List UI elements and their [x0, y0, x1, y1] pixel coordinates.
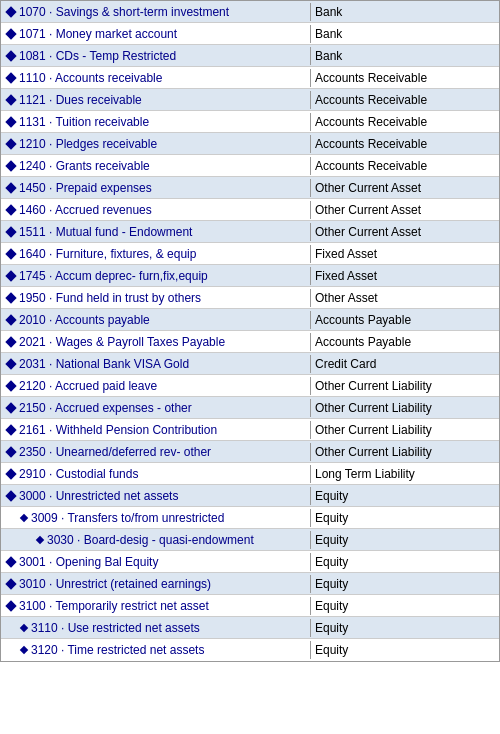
account-type: Other Asset [311, 289, 499, 307]
account-type: Accounts Receivable [311, 135, 499, 153]
account-code-name: 3001 · Opening Bal Equity [1, 553, 311, 571]
table-row[interactable]: 1071 · Money market account Bank [1, 23, 499, 45]
diamond-icon [5, 204, 16, 215]
table-row[interactable]: 2010 · Accounts payable Accounts Payable [1, 309, 499, 331]
table-row[interactable]: 2350 · Unearned/deferred rev- other Othe… [1, 441, 499, 463]
account-type: Accounts Payable [311, 333, 499, 351]
account-code-name: 1460 · Accrued revenues [1, 201, 311, 219]
diamond-icon [5, 94, 16, 105]
account-type: Other Current Liability [311, 443, 499, 461]
account-text: 3100 · Temporarily restrict net asset [19, 599, 209, 613]
table-row[interactable]: 1950 · Fund held in trust by others Othe… [1, 287, 499, 309]
account-code-name: 3100 · Temporarily restrict net asset [1, 597, 311, 615]
account-type: Other Current Asset [311, 179, 499, 197]
account-text: 1121 · Dues receivable [19, 93, 142, 107]
table-row[interactable]: 1131 · Tuition receivable Accounts Recei… [1, 111, 499, 133]
account-code-name: 1240 · Grants receivable [1, 157, 311, 175]
table-row[interactable]: 1240 · Grants receivable Accounts Receiv… [1, 155, 499, 177]
account-code-name: 2161 · Withheld Pension Contribution [1, 421, 311, 439]
account-text: 1210 · Pledges receivable [19, 137, 157, 151]
diamond-icon [5, 424, 16, 435]
diamond-icon [5, 248, 16, 259]
table-row[interactable]: 1745 · Accum deprec- furn,fix,equip Fixe… [1, 265, 499, 287]
account-type: Accounts Payable [311, 311, 499, 329]
table-row[interactable]: 2021 · Wages & Payroll Taxes Payable Acc… [1, 331, 499, 353]
diamond-icon [5, 402, 16, 413]
account-code-name: 2350 · Unearned/deferred rev- other [1, 443, 311, 461]
table-row[interactable]: 3000 · Unrestricted net assets Equity [1, 485, 499, 507]
account-code-name: 3120 · Time restricted net assets [1, 641, 311, 659]
account-code-name: 2150 · Accrued expenses - other [1, 399, 311, 417]
account-type: Other Current Liability [311, 399, 499, 417]
table-row[interactable]: 1450 · Prepaid expenses Other Current As… [1, 177, 499, 199]
table-row[interactable]: 1081 · CDs - Temp Restricted Bank [1, 45, 499, 67]
diamond-icon [20, 513, 28, 521]
diamond-icon [5, 578, 16, 589]
account-code-name: 3110 · Use restricted net assets [1, 619, 311, 637]
account-type: Equity [311, 531, 499, 549]
diamond-icon [5, 6, 16, 17]
diamond-icon [5, 226, 16, 237]
account-code-name: 1081 · CDs - Temp Restricted [1, 47, 311, 65]
table-row[interactable]: 3120 · Time restricted net assets Equity [1, 639, 499, 661]
table-row[interactable]: 1121 · Dues receivable Accounts Receivab… [1, 89, 499, 111]
diamond-icon [5, 292, 16, 303]
account-text: 1110 · Accounts receivable [19, 71, 162, 85]
table-row[interactable]: 3009 · Transfers to/from unrestricted Eq… [1, 507, 499, 529]
account-type: Bank [311, 3, 499, 21]
account-text: 3110 · Use restricted net assets [31, 621, 200, 635]
account-code-name: 1121 · Dues receivable [1, 91, 311, 109]
account-code-name: 1745 · Accum deprec- furn,fix,equip [1, 267, 311, 285]
account-text: 1745 · Accum deprec- furn,fix,equip [19, 269, 208, 283]
table-row[interactable]: 1640 · Furniture, fixtures, & equip Fixe… [1, 243, 499, 265]
table-row[interactable]: 1070 · Savings & short-term investment B… [1, 1, 499, 23]
table-row[interactable]: 2910 · Custodial funds Long Term Liabili… [1, 463, 499, 485]
account-text: 2010 · Accounts payable [19, 313, 150, 327]
account-type: Accounts Receivable [311, 157, 499, 175]
account-type: Other Current Liability [311, 377, 499, 395]
account-type: Accounts Receivable [311, 113, 499, 131]
table-row[interactable]: 2120 · Accrued paid leave Other Current … [1, 375, 499, 397]
account-code-name: 1070 · Savings & short-term investment [1, 3, 311, 21]
table-row[interactable]: 1460 · Accrued revenues Other Current As… [1, 199, 499, 221]
account-text: 2910 · Custodial funds [19, 467, 138, 481]
diamond-icon [5, 72, 16, 83]
diamond-icon [20, 623, 28, 631]
diamond-icon [5, 556, 16, 567]
table-row[interactable]: 1210 · Pledges receivable Accounts Recei… [1, 133, 499, 155]
table-row[interactable]: 1110 · Accounts receivable Accounts Rece… [1, 67, 499, 89]
accounts-table: 1070 · Savings & short-term investment B… [0, 0, 500, 662]
account-text: 3009 · Transfers to/from unrestricted [31, 511, 224, 525]
account-type: Other Current Liability [311, 421, 499, 439]
table-row[interactable]: 2161 · Withheld Pension Contribution Oth… [1, 419, 499, 441]
table-row[interactable]: 3030 · Board-desig - quasi-endowment Equ… [1, 529, 499, 551]
account-text: 2120 · Accrued paid leave [19, 379, 157, 393]
account-text: 1131 · Tuition receivable [19, 115, 149, 129]
account-code-name: 2120 · Accrued paid leave [1, 377, 311, 395]
account-text: 1950 · Fund held in trust by others [19, 291, 201, 305]
account-code-name: 1450 · Prepaid expenses [1, 179, 311, 197]
table-row[interactable]: 2150 · Accrued expenses - other Other Cu… [1, 397, 499, 419]
diamond-icon [5, 380, 16, 391]
table-row[interactable]: 3001 · Opening Bal Equity Equity [1, 551, 499, 573]
diamond-icon [5, 314, 16, 325]
diamond-icon [36, 535, 44, 543]
account-code-name: 1071 · Money market account [1, 25, 311, 43]
diamond-icon [5, 270, 16, 281]
table-row[interactable]: 3010 · Unrestrict (retained earnings) Eq… [1, 573, 499, 595]
account-text: 1640 · Furniture, fixtures, & equip [19, 247, 196, 261]
table-row[interactable]: 3110 · Use restricted net assets Equity [1, 617, 499, 639]
account-text: 1460 · Accrued revenues [19, 203, 152, 217]
diamond-icon [5, 336, 16, 347]
table-row[interactable]: 2031 · National Bank VISA Gold Credit Ca… [1, 353, 499, 375]
table-row[interactable]: 3100 · Temporarily restrict net asset Eq… [1, 595, 499, 617]
account-type: Credit Card [311, 355, 499, 373]
diamond-icon [5, 468, 16, 479]
diamond-icon [5, 600, 16, 611]
table-row[interactable]: 1511 · Mutual fund - Endowment Other Cur… [1, 221, 499, 243]
diamond-icon [5, 116, 16, 127]
account-code-name: 3010 · Unrestrict (retained earnings) [1, 575, 311, 593]
account-text: 1081 · CDs - Temp Restricted [19, 49, 176, 63]
account-code-name: 3030 · Board-desig - quasi-endowment [1, 531, 311, 549]
account-text: 2021 · Wages & Payroll Taxes Payable [19, 335, 225, 349]
